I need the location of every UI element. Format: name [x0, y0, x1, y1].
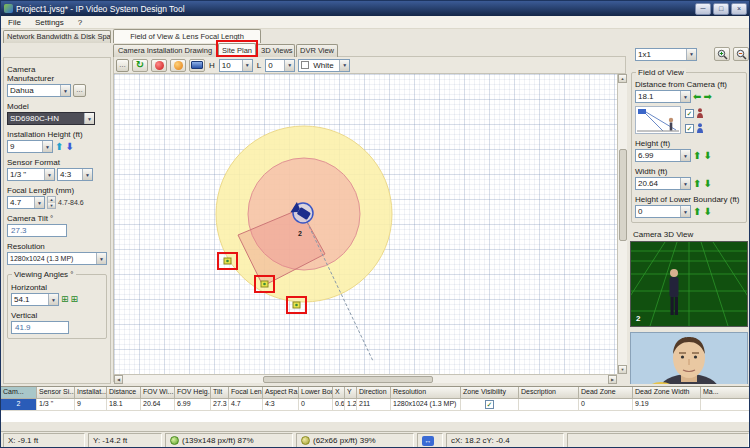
- scroll-down-icon[interactable]: ▼: [618, 365, 627, 374]
- decrease-boundary-arrow-icon[interactable]: ⬇: [703, 206, 711, 218]
- decrease-distance-arrow-icon[interactable]: ⬅: [693, 91, 701, 103]
- sensor-format-select[interactable]: 1/3 " ▼: [7, 168, 55, 181]
- table-cell[interactable]: 4:3: [263, 399, 299, 411]
- column-header[interactable]: Installat...: [75, 387, 107, 399]
- column-header[interactable]: Focal Len...: [229, 387, 263, 399]
- column-header[interactable]: Cam...: [1, 387, 37, 399]
- table-cell[interactable]: 211: [357, 399, 391, 411]
- canvas-options-button[interactable]: …: [116, 59, 129, 72]
- close-button[interactable]: ×: [731, 3, 747, 15]
- resolution-select[interactable]: 1280x1024 (1.3 MP) ▼: [7, 252, 107, 265]
- rotate-tool-button[interactable]: ↻: [132, 59, 148, 72]
- column-header[interactable]: Direction: [357, 387, 391, 399]
- row-selector-cell[interactable]: 2: [1, 399, 37, 411]
- scroll-left-icon[interactable]: ◀: [114, 375, 123, 384]
- horizontal-scrollbar[interactable]: ◀ ▶: [114, 374, 617, 383]
- wall-height-select[interactable]: 10 ▼: [219, 59, 253, 72]
- zone-visibility-checkbox[interactable]: ✓: [485, 400, 494, 409]
- decrease-height-arrow-icon[interactable]: ⬇: [703, 150, 711, 162]
- tab-site-plan[interactable]: Site Plan: [218, 43, 256, 57]
- increase-height-arrow-icon[interactable]: ⬆: [693, 150, 701, 162]
- angle-preset-icon[interactable]: ⊞: [61, 294, 69, 305]
- menu-settings[interactable]: Settings: [28, 16, 71, 28]
- table-cell[interactable]: 6.99: [175, 399, 211, 411]
- horizontal-scroll-thumb[interactable]: [263, 376, 433, 383]
- table-cell[interactable]: 0: [299, 399, 333, 411]
- add-camera-button[interactable]: [151, 59, 167, 72]
- angle-preset-icon[interactable]: ⊞: [71, 294, 79, 305]
- table-cell[interactable]: 1/3 ": [37, 399, 75, 411]
- scroll-right-icon[interactable]: ▶: [608, 375, 617, 384]
- lower-camera-arrow-icon[interactable]: ⬇: [65, 141, 73, 153]
- table-cell[interactable]: 18.1: [107, 399, 141, 411]
- fov-width-select[interactable]: 20.64 ▼: [635, 177, 691, 190]
- manufacturer-select[interactable]: Dahua ▼: [7, 84, 71, 97]
- column-header[interactable]: Tilt: [211, 387, 229, 399]
- column-header[interactable]: Aspect Ra...: [263, 387, 299, 399]
- tab-dvr-view[interactable]: DVR View: [296, 44, 338, 57]
- scroll-up-icon[interactable]: ▲: [618, 74, 627, 83]
- menu-help[interactable]: ?: [71, 16, 89, 28]
- tab-network-bandwidth[interactable]: Network Bandwidth & Disk Space: [3, 30, 111, 43]
- increase-width-arrow-icon[interactable]: ⬆: [693, 178, 701, 190]
- menu-file[interactable]: File: [1, 16, 28, 28]
- zoom-out-button[interactable]: [733, 47, 749, 61]
- column-header[interactable]: Resolution: [391, 387, 461, 399]
- camera-3d-view[interactable]: 2: [630, 241, 748, 327]
- wall-level-select[interactable]: 0 ▼: [265, 59, 295, 72]
- distance-select[interactable]: 18.1 ▼: [635, 90, 691, 103]
- vertical-scrollbar[interactable]: ▲ ▼: [617, 74, 627, 374]
- aspect-ratio-select[interactable]: 4:3 ▼: [57, 168, 93, 181]
- grid-layout-select[interactable]: 1x1 ▼: [635, 48, 697, 61]
- site-plan-canvas[interactable]: 2: [114, 74, 617, 374]
- column-header[interactable]: Zone Visibility: [461, 387, 519, 399]
- column-header[interactable]: Description: [519, 387, 579, 399]
- tab-camera-installation-drawing[interactable]: Camera Installation Drawing: [113, 44, 217, 57]
- minimize-button[interactable]: ─: [695, 3, 711, 15]
- column-header[interactable]: Dead Zone: [579, 387, 633, 399]
- column-header[interactable]: Lower Bou...: [299, 387, 333, 399]
- increase-distance-arrow-icon[interactable]: ➡: [703, 91, 711, 103]
- column-header[interactable]: Sensor Si...: [37, 387, 75, 399]
- add-object-button[interactable]: [170, 59, 186, 72]
- table-cell[interactable]: [519, 399, 579, 411]
- show-person-1-checkbox[interactable]: ✓: [685, 109, 694, 118]
- lower-boundary-select[interactable]: 0 ▼: [635, 205, 691, 218]
- increase-boundary-arrow-icon[interactable]: ⬆: [693, 206, 701, 218]
- table-cell[interactable]: 9: [75, 399, 107, 411]
- table-cell[interactable]: 27.3: [211, 399, 229, 411]
- vertical-scroll-thumb[interactable]: [619, 149, 627, 241]
- column-header[interactable]: Ma...: [701, 387, 750, 399]
- focal-length-stepper[interactable]: ▲ ▼: [47, 196, 56, 209]
- column-header[interactable]: Dead Zone Width: [633, 387, 701, 399]
- column-header[interactable]: X: [333, 387, 345, 399]
- horizontal-angle-select[interactable]: 54.1 ▼: [11, 293, 59, 306]
- table-row[interactable]: 2 1/3 " 9 18.1 20.64 6.99 27.3 4.7 4:3 0…: [1, 399, 750, 411]
- fov-height-select[interactable]: 6.99 ▼: [635, 149, 691, 162]
- table-cell[interactable]: 4.7: [229, 399, 263, 411]
- vertical-angle-field[interactable]: 41.9: [11, 321, 69, 334]
- show-person-2-checkbox[interactable]: ✓: [685, 124, 694, 133]
- camera-tilt-field[interactable]: 27.3: [7, 224, 67, 237]
- column-header[interactable]: FOV Heig...: [175, 387, 211, 399]
- manufacturer-browse-button[interactable]: …: [73, 84, 86, 97]
- focal-length-select[interactable]: 4.7 ▼: [7, 196, 45, 209]
- tab-3d-views[interactable]: 3D Views: [257, 44, 295, 57]
- decrease-width-arrow-icon[interactable]: ⬇: [703, 178, 711, 190]
- installation-height-select[interactable]: 9 ▼: [7, 140, 53, 153]
- maximize-button[interactable]: □: [713, 3, 729, 15]
- color-select[interactable]: White ▼: [298, 59, 350, 72]
- table-cell[interactable]: 9.19: [633, 399, 701, 411]
- raise-camera-arrow-icon[interactable]: ⬆: [55, 141, 63, 153]
- model-select[interactable]: SD6980C-HN ▼: [7, 112, 95, 125]
- tab-field-of-view[interactable]: Field of View & Lens Focal Length: [113, 29, 261, 43]
- column-header[interactable]: Distance: [107, 387, 141, 399]
- table-cell[interactable]: 1280x1024 (1.3 MP): [391, 399, 461, 411]
- table-cell[interactable]: 0: [579, 399, 633, 411]
- table-cell[interactable]: 1.2: [345, 399, 357, 411]
- zoom-fit-button[interactable]: [714, 47, 730, 61]
- column-header[interactable]: Y: [345, 387, 357, 399]
- table-cell[interactable]: 20.64: [141, 399, 175, 411]
- add-wall-button[interactable]: [189, 59, 205, 72]
- table-cell[interactable]: [701, 399, 750, 411]
